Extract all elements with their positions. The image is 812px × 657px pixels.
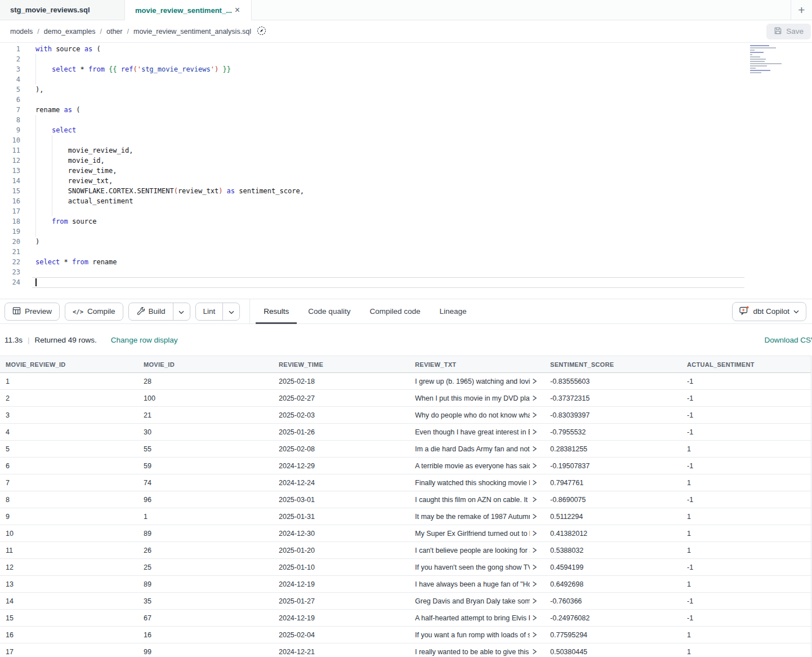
expand-cell-button[interactable]: [532, 463, 537, 469]
table-row: 3212025-02-03Why do people who do not kn…: [0, 407, 811, 424]
table-cell: 21: [138, 411, 273, 419]
compile-button[interactable]: </> Compile: [65, 303, 123, 321]
change-row-display-link[interactable]: Change row display: [111, 336, 178, 344]
table-cell: 16: [138, 631, 273, 639]
breadcrumb-segment: models: [10, 28, 33, 35]
locate-in-tree-button[interactable]: [257, 26, 266, 37]
table-cell: 12: [0, 563, 138, 571]
table-row: 12252025-01-10If you haven't seen the go…: [0, 559, 811, 576]
line-number: 14: [0, 176, 20, 186]
expand-cell-button[interactable]: [532, 598, 537, 604]
close-icon[interactable]: ×: [234, 6, 241, 15]
lint-label: Lint: [203, 307, 216, 316]
line-number: 18: [0, 216, 20, 227]
table-cell: -1: [681, 597, 811, 605]
breadcrumb-segment: other: [106, 28, 123, 35]
review-text: Why do people who do not know what…: [415, 411, 530, 419]
dbt-copilot-button[interactable]: dbt Copilot: [732, 302, 806, 321]
code-line: 10: [0, 135, 812, 145]
expand-cell-button[interactable]: [532, 429, 537, 435]
table-cell: -1: [681, 496, 811, 504]
chevron-right-icon: [532, 649, 537, 655]
table-cell-review-txt: I grew up (b. 1965) watching and lovin…: [409, 378, 545, 385]
table-cell: 1: [0, 378, 138, 385]
code-editor[interactable]: 1with source as (23 select * from {{ ref…: [0, 43, 812, 299]
expand-cell-button[interactable]: [532, 395, 537, 401]
line-number: 9: [0, 125, 20, 135]
tab-stg-movie-reviews[interactable]: stg_movie_reviews.sql: [0, 0, 125, 20]
expand-cell-button[interactable]: [532, 581, 537, 587]
table-cell-review-txt: Im a die hard Dads Army fan and nothi…: [409, 445, 545, 453]
build-button[interactable]: Build: [129, 303, 173, 320]
line-number: 7: [0, 105, 20, 115]
chevron-right-icon: [532, 496, 537, 503]
chevron-right-icon: [532, 632, 537, 638]
line-number: 21: [0, 247, 20, 257]
table-cell: -0.8690075: [545, 496, 681, 504]
new-tab-button[interactable]: +: [791, 0, 812, 20]
tab-results[interactable]: Results: [256, 299, 297, 323]
table-cell: 2025-01-10: [273, 563, 409, 571]
code-line: 4: [0, 74, 812, 85]
tab-compiled-code[interactable]: Compiled code: [362, 299, 428, 323]
tab-lineage[interactable]: Lineage: [431, 299, 474, 323]
review-text: If you haven't seen the gong show TV s…: [415, 563, 530, 571]
table-cell: 0.6492698: [545, 580, 681, 588]
expand-cell-button[interactable]: [532, 513, 537, 520]
review-text: I caught this film on AZN on cable. It s…: [415, 496, 530, 504]
expand-cell-button[interactable]: [532, 649, 537, 655]
tab-code-quality[interactable]: Code quality: [300, 299, 358, 323]
table-cell: 25: [138, 563, 273, 571]
expand-cell-button[interactable]: [532, 530, 537, 536]
table-cell: 2024-12-19: [273, 580, 409, 588]
table-cell: 0.77595294: [545, 631, 681, 639]
tab-bar-filler: [252, 0, 791, 20]
table-cell: 100: [138, 394, 273, 402]
expand-cell-button[interactable]: [532, 496, 537, 503]
expand-cell-button[interactable]: [532, 615, 537, 621]
preview-button[interactable]: Preview: [5, 303, 60, 321]
floppy-disk-icon: [774, 26, 782, 37]
review-text: It may be the remake of 1987 Autumn'…: [415, 513, 530, 521]
line-number: 19: [0, 227, 20, 237]
save-button[interactable]: Save: [766, 24, 811, 39]
dbt-ide-window: stg_movie_reviews.sql movie_review_senti…: [0, 0, 812, 657]
table-cell: 2024-12-24: [273, 479, 409, 487]
text-cursor: [35, 278, 37, 286]
expand-cell-button[interactable]: [532, 564, 537, 570]
tab-movie-review-sentiment[interactable]: movie_review_sentiment_... ×: [125, 0, 252, 20]
build-dropdown-button[interactable]: [173, 303, 190, 320]
expand-cell-button[interactable]: [532, 480, 537, 486]
table-cell: 1: [681, 631, 811, 639]
results-table: MOVIE_REVIEW_ID MOVIE_ID REVIEW_TIME REV…: [0, 356, 811, 657]
minimap[interactable]: [748, 44, 788, 73]
expand-cell-button[interactable]: [532, 446, 537, 452]
table-cell: 2025-02-04: [273, 631, 409, 639]
toolbar-divider: [249, 299, 250, 323]
expand-cell-button[interactable]: [532, 412, 537, 418]
table-cell-review-txt: If you haven't seen the gong show TV s…: [409, 563, 545, 571]
copilot-label: dbt Copilot: [753, 307, 789, 316]
chevron-right-icon: [532, 564, 537, 570]
review-text: I really wanted to be able to give this …: [415, 648, 530, 656]
query-status-bar: 11.3s | Returned 49 rows. Change row dis…: [0, 324, 812, 356]
line-number: 6: [0, 95, 20, 105]
expand-cell-button[interactable]: [532, 378, 537, 384]
table-cell: 59: [138, 462, 273, 470]
expand-cell-button[interactable]: [532, 632, 537, 638]
compass-icon: [257, 26, 266, 37]
line-number: 13: [0, 166, 20, 176]
table-grid-icon: [12, 307, 21, 317]
table-cell: 1: [681, 547, 811, 554]
chevron-right-icon: [532, 446, 537, 452]
table-cell: 1: [681, 479, 811, 487]
expand-cell-button[interactable]: [532, 547, 537, 553]
download-csv-link[interactable]: Download CSV: [764, 336, 812, 344]
lint-button[interactable]: Lint: [196, 303, 223, 320]
lint-dropdown-button[interactable]: [222, 303, 239, 320]
column-header-review-txt: REVIEW_TXT: [409, 361, 545, 368]
line-number: 22: [0, 257, 20, 267]
review-text: Greg Davis and Bryan Daly take some …: [415, 597, 530, 605]
table-row: 15672024-12-19A half-hearted attempt to …: [0, 610, 811, 627]
table-row: 4302025-01-26Even though I have great in…: [0, 424, 811, 441]
